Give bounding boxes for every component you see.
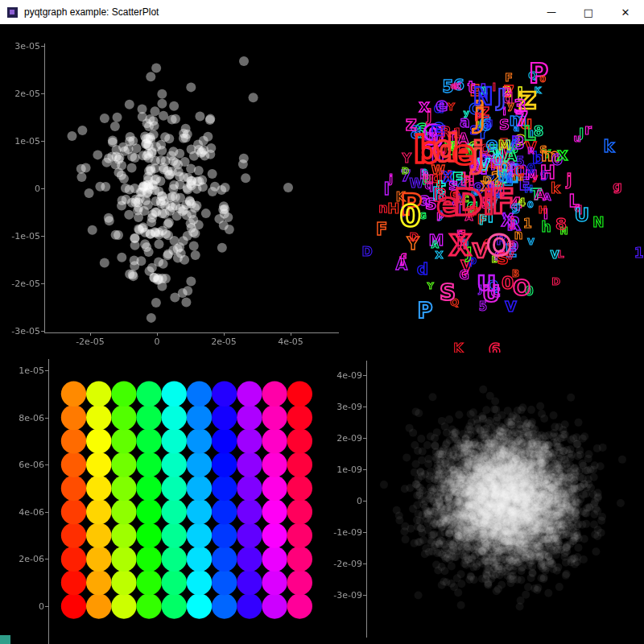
- titlebar[interactable]: pyqtgraph example: ScatterPlot — □ ✕: [0, 0, 644, 24]
- window-controls: — □ ✕: [533, 0, 644, 24]
- scatter-plots-canvas[interactable]: [0, 0, 644, 644]
- close-button[interactable]: ✕: [607, 0, 644, 24]
- app-window: 3e-052e-051e-050-1e-05-2e-05-3e-05-2e-05…: [0, 0, 644, 644]
- maximize-button[interactable]: □: [570, 0, 607, 24]
- minimize-button[interactable]: —: [533, 0, 570, 24]
- desktop-corner-fragment: [0, 635, 10, 644]
- window-icon-glyph: [10, 10, 14, 14]
- window-title: pyqtgraph example: ScatterPlot: [24, 6, 159, 18]
- window-icon: [7, 7, 18, 18]
